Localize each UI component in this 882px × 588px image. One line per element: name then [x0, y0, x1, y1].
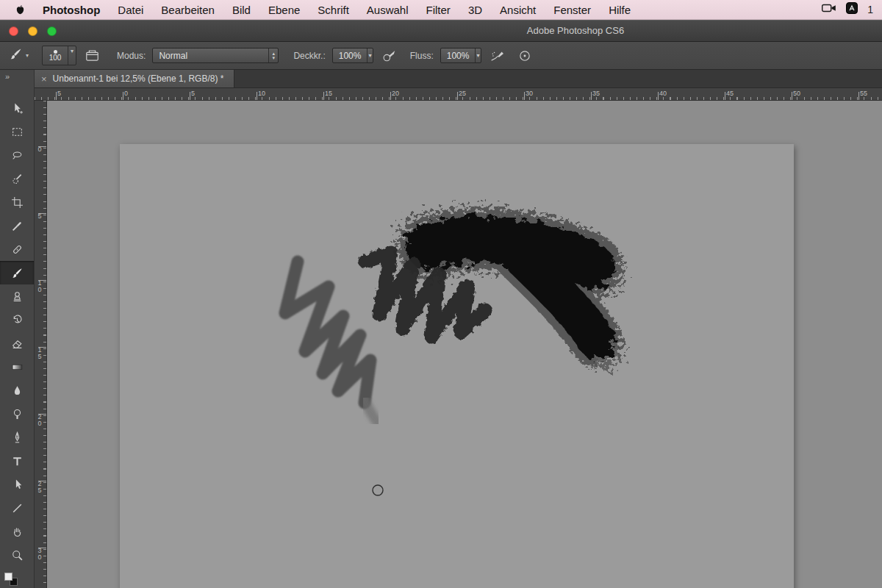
menu-ebene[interactable]: Ebene	[259, 4, 309, 16]
menubar-status-count: 1	[867, 4, 873, 15]
ruler-label: 55	[860, 90, 867, 97]
rectangular-marquee-tool[interactable]	[0, 120, 34, 143]
flow-dropdown[interactable]: 100% ▾	[440, 48, 481, 63]
ruler-label: 30	[37, 548, 43, 561]
brush-tool[interactable]	[0, 261, 34, 284]
ruler-label: 40	[659, 90, 667, 97]
document-tab-bar: × Unbenannt-1 bei 12,5% (Ebene 1, RGB/8)…	[35, 70, 882, 88]
menu-3d[interactable]: 3D	[459, 4, 491, 16]
move-tool[interactable]	[0, 96, 34, 120]
clone-stamp-tool[interactable]	[0, 284, 34, 308]
opacity-value: 100%	[333, 51, 368, 61]
pressure-size-icon[interactable]	[518, 49, 531, 62]
ruler-label: 5	[191, 90, 195, 97]
macos-menu-bar: Photoshop Datei Bearbeiten Bild Ebene Sc…	[0, 0, 882, 20]
gradient-tool[interactable]	[0, 355, 34, 379]
spot-healing-brush-tool[interactable]	[0, 237, 34, 261]
ruler-label: 45	[726, 90, 734, 97]
flow-value: 100%	[441, 51, 476, 61]
quick-selection-tool[interactable]	[0, 167, 34, 190]
brush-icon	[9, 47, 23, 64]
menu-hilfe[interactable]: Hilfe	[600, 4, 639, 16]
brush-cursor	[373, 485, 383, 495]
ruler-label: 50	[793, 90, 800, 97]
menubar-app-icon[interactable]	[846, 2, 858, 17]
menu-bild[interactable]: Bild	[223, 4, 259, 16]
eyedropper-tool[interactable]	[0, 214, 34, 237]
menu-auswahl[interactable]: Auswahl	[358, 4, 417, 16]
horizontal-ruler: 5 0 5 10 15 20 25 30 35 40 45 50 55	[35, 88, 882, 101]
document-canvas[interactable]	[120, 144, 794, 588]
ruler-label: 10	[258, 90, 265, 97]
pen-tool[interactable]	[0, 426, 34, 449]
window-title: Adobe Photoshop CS6	[269, 21, 882, 41]
menu-ansicht[interactable]: Ansicht	[491, 4, 545, 16]
menu-schrift[interactable]: Schrift	[309, 4, 358, 16]
vertical-ruler: 0 5 10 15 20 25 30	[35, 101, 47, 588]
blend-mode-dropdown[interactable]: Normal ▴▾	[152, 48, 279, 63]
chevron-down-icon: ▾	[367, 49, 372, 62]
ruler-label: 25	[37, 481, 43, 494]
close-window-button[interactable]	[9, 26, 18, 36]
pressure-opacity-icon[interactable]	[382, 49, 397, 62]
ruler-label: 35	[592, 90, 600, 97]
document-tab-title: Unbenannt-1 bei 12,5% (Ebene 1, RGB/8) *	[53, 74, 224, 84]
ruler-label: 25	[459, 90, 466, 97]
screen-recording-icon[interactable]	[822, 3, 836, 16]
tool-options-bar: ▾ 100 ▾ Modus: Normal ▴▾ Deckkr.: 100% ▾…	[0, 42, 882, 70]
canvas-pasteboard[interactable]	[47, 101, 882, 588]
line-tool[interactable]	[0, 496, 34, 520]
ruler-label: 20	[392, 90, 399, 97]
eraser-tool[interactable]	[0, 331, 34, 355]
blend-mode-value: Normal	[153, 51, 268, 61]
opacity-label: Deckkr.:	[293, 51, 325, 61]
ruler-label: 5	[57, 90, 61, 97]
mode-label: Modus:	[117, 51, 146, 61]
brush-size-value: 100	[49, 54, 62, 62]
ruler-label: 20	[37, 414, 43, 427]
ruler-label: 30	[526, 90, 533, 97]
airbrush-icon[interactable]	[490, 50, 505, 62]
type-tool[interactable]	[0, 449, 34, 473]
stepper-icon: ▴▾	[268, 49, 278, 62]
blur-tool[interactable]	[0, 379, 34, 402]
active-tool-preset-button[interactable]: ▾	[9, 47, 29, 64]
window-title-bar: Adobe Photoshop CS6	[0, 20, 882, 42]
color-swatches[interactable]	[4, 572, 30, 588]
hand-tool[interactable]	[0, 520, 34, 543]
ruler-label: 10	[37, 280, 43, 293]
collapse-panel-button[interactable]: »	[5, 72, 10, 81]
lasso-tool[interactable]	[0, 143, 34, 167]
chevron-down-icon: ▾	[475, 49, 480, 62]
brush-tip-preview-icon	[54, 50, 57, 54]
menu-datei[interactable]: Datei	[109, 4, 152, 16]
zoom-window-button[interactable]	[47, 26, 57, 36]
history-brush-tool[interactable]	[0, 308, 34, 331]
ruler-label: 15	[37, 347, 43, 360]
ruler-label: 0	[124, 90, 128, 97]
tools-panel: »	[0, 70, 35, 588]
brush-strokes	[120, 144, 794, 588]
chevron-down-icon: ▾	[68, 46, 76, 65]
apple-menu-icon[interactable]	[15, 4, 26, 16]
ruler-label: 0	[37, 146, 43, 153]
dodge-tool[interactable]	[0, 402, 34, 426]
path-selection-tool[interactable]	[0, 473, 34, 496]
ruler-label: 5	[37, 213, 43, 220]
chevron-down-icon: ▾	[26, 52, 29, 59]
opacity-dropdown[interactable]: 100% ▾	[332, 48, 373, 63]
toggle-brush-panel-button[interactable]	[85, 49, 99, 62]
menu-fenster[interactable]: Fenster	[545, 4, 600, 16]
menu-bearbeiten[interactable]: Bearbeiten	[152, 4, 223, 16]
zoom-tool[interactable]	[0, 543, 34, 567]
foreground-color-swatch[interactable]	[4, 573, 12, 581]
menu-filter[interactable]: Filter	[417, 4, 459, 16]
minimize-window-button[interactable]	[28, 26, 37, 36]
ruler-label: 15	[325, 90, 332, 97]
crop-tool[interactable]	[0, 190, 34, 214]
menu-photoshop[interactable]: Photoshop	[34, 4, 109, 16]
close-tab-icon[interactable]: ×	[41, 74, 47, 84]
document-tab[interactable]: × Unbenannt-1 bei 12,5% (Ebene 1, RGB/8)…	[35, 70, 234, 87]
brush-preset-picker[interactable]: 100 ▾	[42, 46, 76, 65]
flow-label: Fluss:	[410, 51, 434, 61]
